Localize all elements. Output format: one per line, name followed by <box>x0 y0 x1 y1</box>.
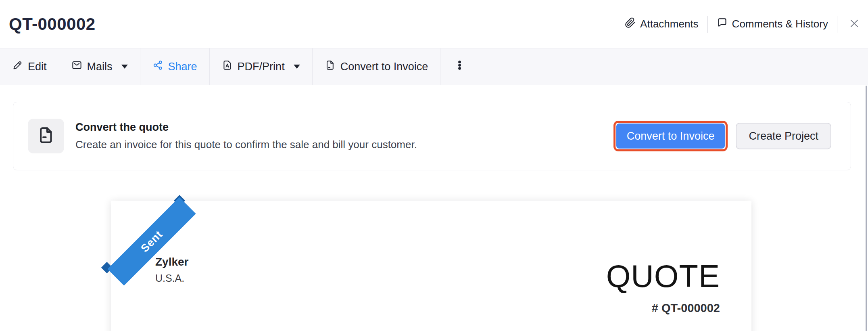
convert-quote-callout: Convert the quote Create an invoice for … <box>13 102 851 170</box>
company-country: U.S.A. <box>155 272 189 284</box>
toolbar-edit-label: Edit <box>28 61 47 73</box>
callout-text: Convert the quote Create an invoice for … <box>75 121 417 151</box>
file-icon <box>37 126 55 146</box>
toolbar-share-button[interactable]: Share <box>140 48 210 85</box>
file-icon <box>325 60 336 73</box>
attachments-label: Attachments <box>640 18 699 30</box>
create-project-button[interactable]: Create Project <box>736 123 831 149</box>
attachments-button[interactable]: Attachments <box>625 17 699 31</box>
share-icon <box>152 60 163 73</box>
document-type-heading: QUOTE <box>606 260 720 292</box>
callout-icon-box <box>28 119 64 153</box>
document-number: # QT-000002 <box>606 302 720 315</box>
toolbar-share-label: Share <box>168 61 197 73</box>
comments-history-label: Comments & History <box>732 18 828 30</box>
toolbar-convert-to-invoice-label: Convert to Invoice <box>340 61 428 73</box>
toolbar-mails-button[interactable]: Mails <box>59 48 140 85</box>
comments-history-button[interactable]: Comments & History <box>717 17 828 31</box>
pdf-icon <box>222 60 233 73</box>
highlight-ring: Convert to Invoice <box>613 121 728 151</box>
toolbar-edit-button[interactable]: Edit <box>0 48 59 85</box>
callout-title: Convert the quote <box>75 121 417 134</box>
chevron-down-icon <box>121 65 128 69</box>
toolbar-pdf-print-label: PDF/Print <box>238 61 285 73</box>
quote-heading-block: QUOTE # QT-000002 <box>606 260 720 315</box>
toolbar: Edit Mails Share PDF/Print <box>0 48 868 85</box>
toolbar-mails-label: Mails <box>87 61 113 73</box>
envelope-icon <box>71 60 82 73</box>
header: QT-000002 Attachments Comments & History <box>0 0 868 48</box>
company-name: Zylker <box>155 256 189 268</box>
company-block: Zylker U.S.A. <box>155 256 189 284</box>
comment-icon <box>717 17 728 31</box>
more-options-icon <box>454 60 465 73</box>
toolbar-more-options-button[interactable] <box>440 48 479 85</box>
callout-description: Create an invoice for this quote to conf… <box>75 138 417 151</box>
close-icon <box>849 18 860 31</box>
toolbar-pdf-print-button[interactable]: PDF/Print <box>210 48 313 85</box>
divider <box>707 16 708 33</box>
close-button[interactable] <box>846 16 862 32</box>
divider <box>837 16 837 33</box>
header-actions: Attachments Comments & History <box>625 16 862 33</box>
pencil-icon <box>12 60 23 73</box>
quote-document-preview: Sent Zylker U.S.A. QUOTE # QT-000002 <box>111 201 751 331</box>
chevron-down-icon <box>294 65 300 69</box>
callout-buttons: Convert to Invoice Create Project <box>613 121 831 151</box>
toolbar-convert-to-invoice-button[interactable]: Convert to Invoice <box>313 48 441 85</box>
convert-to-invoice-button[interactable]: Convert to Invoice <box>616 124 725 149</box>
paperclip-icon <box>625 17 636 31</box>
scrollbar[interactable] <box>866 86 867 331</box>
page-title: QT-000002 <box>9 15 96 34</box>
